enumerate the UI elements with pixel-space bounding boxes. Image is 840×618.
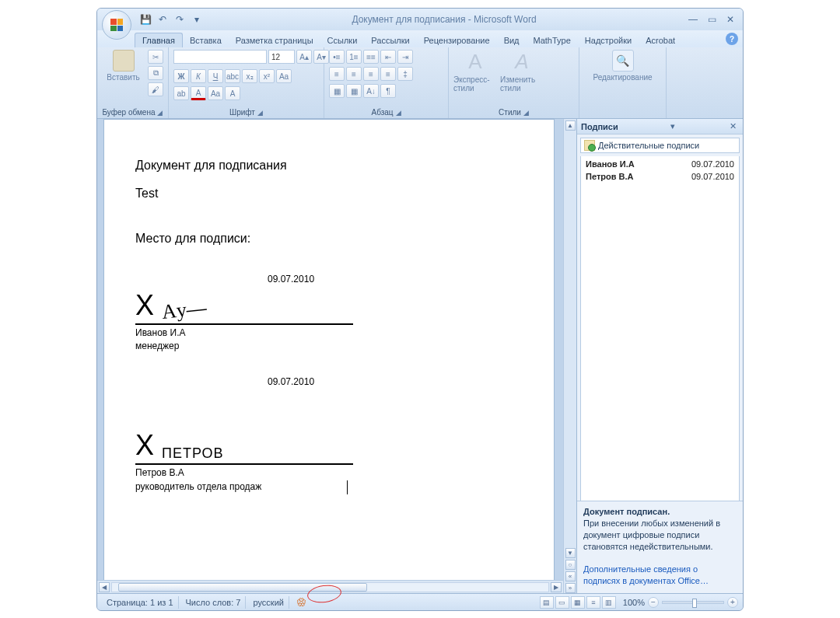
signature-2-typed: ПЕТРОВ [162, 445, 224, 462]
tab-review[interactable]: Рецензирование [417, 33, 497, 47]
shading-button[interactable]: ▦ [329, 84, 345, 98]
styles-icon: A [468, 50, 481, 74]
change-styles-button[interactable]: A Изменить стили [500, 50, 544, 93]
editing-button[interactable]: 🔍 Редактирование [584, 50, 661, 82]
outdent-button[interactable]: ⇤ [380, 50, 396, 64]
tab-home[interactable]: Главная [135, 33, 183, 47]
tab-view[interactable]: Вид [497, 33, 527, 47]
font-color-button[interactable]: A [191, 86, 206, 100]
zoom-level[interactable]: 100% [623, 598, 645, 607]
text-cursor [347, 480, 348, 494]
format-painter-button[interactable]: 🖌 [148, 82, 163, 96]
tab-references[interactable]: Ссылки [320, 33, 365, 47]
font-size-combo[interactable]: 12 [268, 50, 295, 64]
vertical-scrollbar[interactable]: ▲ ▼ ○ « » [563, 119, 576, 593]
bullets-button[interactable]: •≡ [329, 50, 345, 64]
cut-button[interactable]: ✂ [148, 50, 163, 64]
undo-icon[interactable]: ↶ [156, 13, 169, 26]
tab-mathtype[interactable]: MathType [527, 33, 578, 47]
tab-acrobat[interactable]: Acrobat [639, 33, 682, 47]
signature-block-1[interactable]: 09.07.2010 X Аy— Иванов И.А менеджер [135, 274, 523, 351]
multilevel-button[interactable]: ≡≡ [363, 50, 379, 64]
web-layout-view-button[interactable]: ▦ [571, 596, 585, 609]
group-clipboard-label: Буфер обмена◢ [102, 106, 163, 118]
save-icon[interactable]: 💾 [139, 13, 152, 26]
horizontal-scrollbar[interactable]: ◀ ▶ [97, 580, 563, 593]
grow-font-button[interactable]: A▴ [296, 50, 312, 64]
next-page-icon[interactable]: » [565, 583, 576, 593]
strike-button[interactable]: abc [225, 69, 240, 83]
paragraph-launcher-icon[interactable]: ◢ [396, 109, 401, 117]
prev-page-icon[interactable]: « [565, 571, 576, 581]
redo-icon[interactable]: ↷ [173, 13, 186, 26]
bold-button[interactable]: Ж [173, 69, 189, 83]
scroll-left-icon[interactable]: ◀ [99, 582, 110, 592]
pane-menu-icon[interactable]: ▾ [668, 121, 677, 131]
help-icon[interactable]: ? [726, 33, 738, 45]
browse-object-icon[interactable]: ○ [565, 560, 576, 570]
highlight-button[interactable]: ab [173, 86, 189, 100]
superscript-button[interactable]: x² [259, 69, 275, 83]
signatures-list: Иванов И.А09.07.2010 Петров В.А09.07.201… [580, 156, 740, 501]
status-signature-indicator[interactable]: 🏵 [292, 596, 311, 609]
sort-button[interactable]: A↓ [363, 84, 379, 98]
document-viewport[interactable]: Документ для подписания Test Место для п… [97, 119, 576, 593]
clipboard-launcher-icon[interactable]: ◢ [157, 109, 163, 117]
status-word-count[interactable]: Число слов: 7 [181, 596, 247, 609]
quick-styles-button[interactable]: A Экспресс-стили [453, 50, 497, 93]
titlebar: 💾 ↶ ↷ ▾ Документ для подписания - Micros… [97, 9, 743, 30]
clear-format-button[interactable]: Aa [276, 69, 292, 83]
paste-button[interactable]: Вставить [102, 50, 145, 82]
align-left-button[interactable]: ≡ [329, 67, 345, 81]
italic-button[interactable]: К [191, 69, 206, 83]
align-center-button[interactable]: ≡ [346, 67, 362, 81]
minimize-button[interactable]: — [685, 13, 701, 26]
copy-button[interactable]: ⧉ [148, 66, 163, 80]
styles-launcher-icon[interactable]: ◢ [523, 109, 529, 117]
tab-page-layout[interactable]: Разметка страницы [229, 33, 320, 47]
underline-button[interactable]: Ч [208, 69, 223, 83]
print-layout-view-button[interactable]: ▤ [540, 596, 554, 609]
show-marks-button[interactable]: ¶ [380, 84, 396, 98]
indent-button[interactable]: ⇥ [397, 50, 413, 64]
scroll-up-icon[interactable]: ▲ [565, 120, 576, 131]
maximize-button[interactable]: ▭ [704, 13, 719, 26]
pane-close-icon[interactable]: ✕ [727, 121, 739, 131]
zoom-thumb[interactable] [692, 599, 697, 608]
scroll-right-icon[interactable]: ▶ [551, 582, 562, 592]
font-launcher-icon[interactable]: ◢ [257, 109, 263, 117]
signature-row[interactable]: Иванов И.А09.07.2010 [583, 158, 737, 170]
zoom-slider[interactable] [662, 601, 724, 604]
subscript-button[interactable]: x₂ [242, 69, 257, 83]
hscroll-thumb[interactable] [118, 583, 367, 592]
status-language[interactable]: русский [248, 596, 289, 609]
line-spacing-button[interactable]: ‡ [397, 67, 413, 81]
align-right-button[interactable]: ≡ [363, 67, 379, 81]
change-case-button[interactable]: Aa [208, 86, 223, 100]
zoom-out-button[interactable]: − [648, 597, 659, 608]
font-family-combo[interactable] [173, 50, 267, 64]
tab-insert[interactable]: Вставка [183, 33, 229, 47]
document-page[interactable]: Документ для подписания Test Место для п… [103, 119, 555, 593]
zoom-in-button[interactable]: + [727, 597, 738, 608]
close-button[interactable]: ✕ [723, 13, 738, 26]
tab-addins[interactable]: Надстройки [578, 33, 639, 47]
signature-block-2[interactable]: 09.07.2010 X ПЕТРОВ Петров В.А руководит… [135, 376, 523, 494]
valid-signatures-header[interactable]: Действительные подписи [580, 138, 740, 153]
text-effects-button[interactable]: A [225, 86, 240, 100]
seal-icon: 🏵 [296, 596, 306, 608]
signature-row[interactable]: Петров В.А09.07.2010 [583, 170, 737, 183]
office-button[interactable] [102, 10, 131, 40]
numbering-button[interactable]: 1≡ [346, 50, 362, 64]
scroll-down-icon[interactable]: ▼ [565, 548, 576, 558]
status-page[interactable]: Страница: 1 из 1 [102, 596, 179, 609]
signatures-help-link[interactable]: Дополнительные сведения о подписях в док… [583, 564, 709, 585]
outline-view-button[interactable]: ≡ [586, 596, 600, 609]
signature-1-role: менеджер [135, 340, 523, 351]
draft-view-button[interactable]: ▥ [602, 596, 616, 609]
borders-button[interactable]: ▦ [346, 84, 362, 98]
qat-more-icon[interactable]: ▾ [191, 13, 203, 26]
full-screen-view-button[interactable]: ▭ [555, 596, 569, 609]
tab-mailings[interactable]: Рассылки [364, 33, 416, 47]
justify-button[interactable]: ≡ [380, 67, 396, 81]
